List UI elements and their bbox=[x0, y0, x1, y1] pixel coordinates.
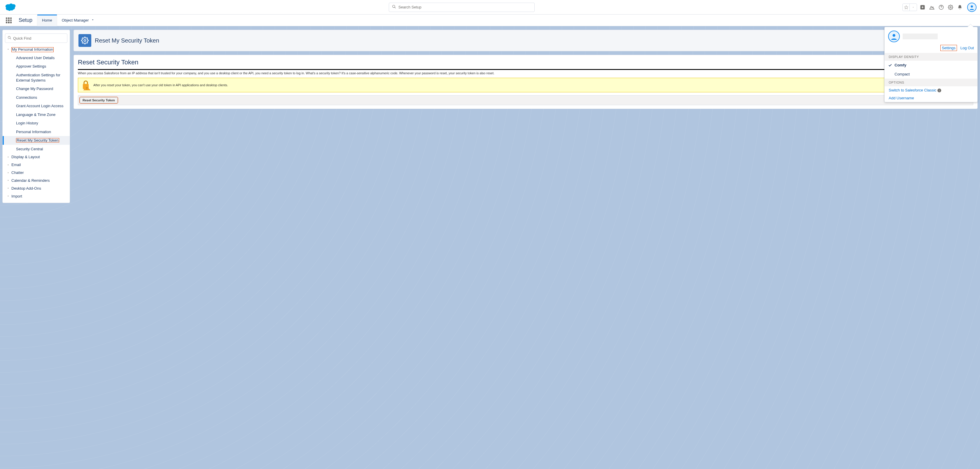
search-placeholder: Search Setup bbox=[398, 5, 422, 10]
page-title: Reset My Security Token bbox=[95, 37, 159, 44]
density-option-label: Compact bbox=[894, 72, 910, 76]
sidebar-item[interactable]: Personal Information bbox=[3, 128, 70, 136]
favorites-group bbox=[902, 3, 917, 11]
sidebar-item[interactable]: Connections bbox=[3, 93, 70, 102]
settings-link[interactable]: Settings bbox=[941, 46, 956, 51]
popover-avatar bbox=[888, 30, 900, 42]
main-content: Reset My Security Token Reset Security T… bbox=[73, 30, 978, 466]
popover-option: Add Username bbox=[885, 94, 977, 102]
svg-line-9 bbox=[10, 38, 11, 39]
stage: Quick Find My Personal Information Advan… bbox=[0, 26, 980, 469]
density-option-label: Comfy bbox=[894, 63, 906, 67]
svg-marker-2 bbox=[904, 6, 908, 9]
density-header: DISPLAY DENSITY bbox=[885, 53, 977, 60]
context-bar: Setup Home Object Manager bbox=[0, 14, 980, 26]
setup-gear-icon[interactable] bbox=[947, 3, 955, 11]
sidebar-item[interactable]: Change My Password bbox=[3, 84, 70, 93]
tree-section-collapsed[interactable]: Display & Layout bbox=[3, 153, 70, 161]
search-icon bbox=[392, 5, 396, 10]
card-title: Reset Security Token bbox=[78, 59, 973, 66]
chevron-right-icon bbox=[7, 171, 11, 175]
sidebar-item-label: Language & Time Zone bbox=[16, 112, 56, 117]
chevron-right-icon bbox=[7, 155, 11, 159]
tree-section-collapsed[interactable]: Desktop Add-Ons bbox=[3, 185, 70, 193]
sidebar-item[interactable]: Grant Account Login Access bbox=[3, 101, 70, 110]
header-actions bbox=[902, 3, 977, 12]
sidebar-item[interactable]: Language & Time Zone bbox=[3, 110, 70, 119]
tree-section-collapsed[interactable]: Email bbox=[3, 161, 70, 169]
chevron-right-icon bbox=[7, 163, 11, 167]
setup-sidebar: Quick Find My Personal Information Advan… bbox=[2, 30, 70, 203]
options-header: OPTIONS bbox=[885, 79, 977, 86]
button-row: Reset Security Token bbox=[78, 95, 973, 105]
svg-line-1 bbox=[395, 7, 396, 8]
tree-section-collapsed[interactable]: Chatter bbox=[3, 169, 70, 177]
sidebar-item-label: Security Central bbox=[16, 147, 43, 151]
svg-text:!: ! bbox=[86, 87, 87, 90]
global-add-button[interactable] bbox=[919, 3, 926, 11]
sidebar-item-label: Authentication Settings for External Sys… bbox=[16, 73, 60, 82]
tab-label: Object Manager bbox=[62, 18, 89, 22]
content-card: Reset Security Token When you access Sal… bbox=[73, 55, 978, 109]
tab-label: Home bbox=[42, 18, 52, 22]
search-icon bbox=[8, 36, 11, 41]
quick-find-input[interactable]: Quick Find bbox=[5, 33, 67, 43]
tree-section-label: Display & Layout bbox=[11, 155, 40, 160]
waffle-icon bbox=[6, 17, 12, 23]
favorite-star-button[interactable] bbox=[903, 4, 910, 11]
sidebar-item-label: Approver Settings bbox=[16, 64, 46, 68]
popover-option: Switch to Salesforce Classici bbox=[885, 86, 977, 94]
profile-popover: Settings Log Out DISPLAY DENSITY ComfyCo… bbox=[885, 27, 978, 102]
trailhead-icon[interactable] bbox=[928, 3, 935, 11]
logout-link[interactable]: Log Out bbox=[961, 46, 974, 50]
global-header: Search Setup bbox=[0, 0, 980, 14]
tab-object-manager[interactable]: Object Manager bbox=[57, 14, 99, 26]
gear-icon bbox=[78, 34, 91, 47]
popover-links: Settings Log Out bbox=[885, 46, 977, 53]
sidebar-item-label: Change My Password bbox=[16, 87, 53, 91]
user-avatar-button[interactable] bbox=[967, 3, 977, 12]
tree-section-my-personal-information[interactable]: My Personal Information bbox=[3, 46, 70, 54]
sidebar-item[interactable]: Login History bbox=[3, 119, 70, 128]
sidebar-item[interactable]: Reset My Security Token bbox=[3, 136, 70, 145]
tree-section-label: Calendar & Reminders bbox=[11, 178, 50, 183]
warning-box: ! After you reset your token, you can't … bbox=[78, 78, 973, 92]
tree-section-collapsed[interactable]: Import bbox=[3, 193, 70, 200]
help-icon[interactable] bbox=[937, 3, 945, 11]
tree-section-label: Email bbox=[11, 163, 21, 168]
lock-warning-icon: ! bbox=[81, 80, 91, 90]
popover-option-link[interactable]: Add Username bbox=[889, 96, 914, 100]
app-name: Setup bbox=[14, 14, 37, 26]
page-header: Reset My Security Token bbox=[73, 30, 978, 51]
info-text: When you access Salesforce from an IP ad… bbox=[78, 71, 973, 76]
svg-point-7 bbox=[970, 5, 973, 7]
app-launcher-button[interactable] bbox=[3, 14, 14, 26]
tree-section-collapsed[interactable]: Calendar & Reminders bbox=[3, 177, 70, 185]
reset-security-token-button[interactable]: Reset Security Token bbox=[80, 97, 118, 103]
density-option[interactable]: Comfy bbox=[885, 60, 977, 70]
popover-option-link[interactable]: Switch to Salesforce Classic bbox=[889, 88, 936, 92]
notifications-bell-icon[interactable] bbox=[956, 3, 964, 11]
tab-home[interactable]: Home bbox=[37, 14, 57, 26]
sidebar-item-label: Grant Account Login Access bbox=[16, 104, 64, 108]
chevron-down-icon bbox=[7, 48, 11, 52]
sidebar-item[interactable]: Authentication Settings for External Sys… bbox=[3, 71, 70, 84]
chevron-right-icon bbox=[7, 194, 11, 198]
svg-point-10 bbox=[84, 40, 86, 42]
favorite-dropdown-button[interactable] bbox=[910, 4, 917, 11]
density-option[interactable]: Compact bbox=[885, 70, 977, 79]
global-search-input[interactable]: Search Setup bbox=[389, 3, 535, 12]
popover-user-row bbox=[885, 27, 977, 46]
divider bbox=[78, 69, 973, 70]
tree-section-label: Desktop Add-Ons bbox=[11, 186, 41, 191]
info-icon[interactable]: i bbox=[937, 89, 941, 92]
sidebar-item[interactable]: Advanced User Details bbox=[3, 54, 70, 62]
tree-section-label: Import bbox=[11, 194, 22, 199]
quick-find-placeholder: Quick Find bbox=[13, 36, 31, 41]
svg-point-5 bbox=[950, 6, 951, 8]
sidebar-item[interactable]: Security Central bbox=[3, 145, 70, 154]
sidebar-item-label: Reset My Security Token bbox=[16, 138, 59, 143]
tree-section-label: My Personal Information bbox=[11, 47, 54, 52]
salesforce-logo bbox=[3, 3, 18, 12]
sidebar-item[interactable]: Approver Settings bbox=[3, 62, 70, 71]
